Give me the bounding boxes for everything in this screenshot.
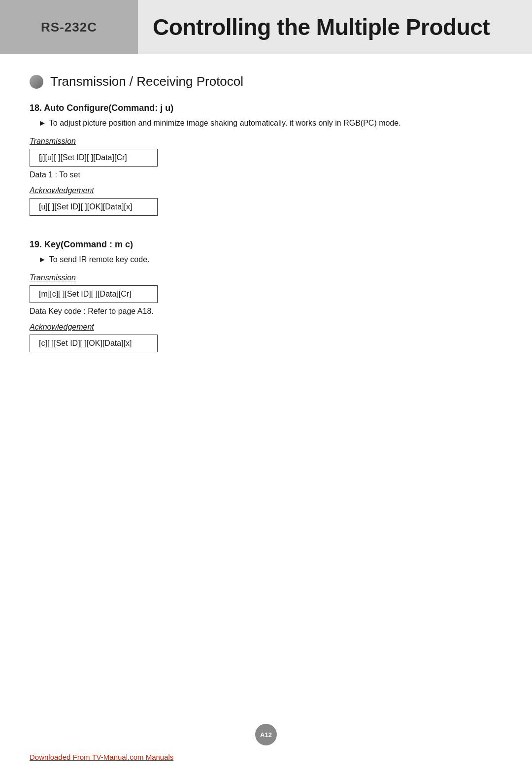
- command-block-19: 19. Key(Command : m c) ►To send IR remot…: [30, 239, 502, 356]
- header-label: RS-232C: [41, 20, 97, 35]
- transmission-code-19: [m][c][ ][Set ID][ ][Data][Cr]: [30, 285, 158, 303]
- triangle-icon-18: ►: [38, 117, 46, 129]
- page-number: A12: [260, 731, 272, 739]
- data-note-18: Data 1 : To set: [30, 170, 502, 179]
- bullet-circle-icon: [30, 75, 43, 89]
- command-19-desc: ►To send IR remote key code.: [38, 254, 502, 266]
- command-18-desc: ►To adjust picture position and minimize…: [38, 117, 502, 129]
- page-header: RS-232C Controlling the Multiple Product: [0, 0, 532, 54]
- header-title: Controlling the Multiple Product: [153, 14, 490, 40]
- acknowledgement-code-18: [u][ ][Set ID][ ][OK][Data][x]: [30, 198, 158, 216]
- ack-section-18: Acknowledgement [u][ ][Set ID][ ][OK][Da…: [30, 186, 502, 220]
- transmission-label-18: Transmission: [30, 137, 502, 146]
- acknowledgement-code-19: [c][ ][Set ID][ ][OK][Data][x]: [30, 335, 158, 352]
- section-heading-text: Transmission / Receiving Protocol: [50, 74, 243, 89]
- header-title-bg: Controlling the Multiple Product: [138, 0, 532, 54]
- header-label-bg: RS-232C: [0, 0, 138, 54]
- transmission-label-19: Transmission: [30, 273, 502, 282]
- command-block-18: 18. Auto Configure(Command: j u) ►To adj…: [30, 103, 502, 220]
- main-content: Transmission / Receiving Protocol 18. Au…: [0, 54, 532, 405]
- transmission-code-18: [j][u][ ][Set ID][ ][Data][Cr]: [30, 149, 158, 167]
- command-18-title: 18. Auto Configure(Command: j u): [30, 103, 502, 113]
- data-note-19: Data Key code : Refer to page A18.: [30, 307, 502, 316]
- page-number-container: A12: [255, 724, 277, 745]
- footer-link[interactable]: Downloaded From TV-Manual.com Manuals: [30, 753, 173, 761]
- ack-section-19: Acknowledgement [c][ ][Set ID][ ][OK][Da…: [30, 323, 502, 356]
- section-heading: Transmission / Receiving Protocol: [30, 74, 502, 89]
- command-19-title: 19. Key(Command : m c): [30, 239, 502, 250]
- acknowledgement-label-19: Acknowledgement: [30, 323, 502, 332]
- acknowledgement-label-18: Acknowledgement: [30, 186, 502, 195]
- page-number-badge: A12: [255, 724, 277, 745]
- triangle-icon-19: ►: [38, 254, 46, 266]
